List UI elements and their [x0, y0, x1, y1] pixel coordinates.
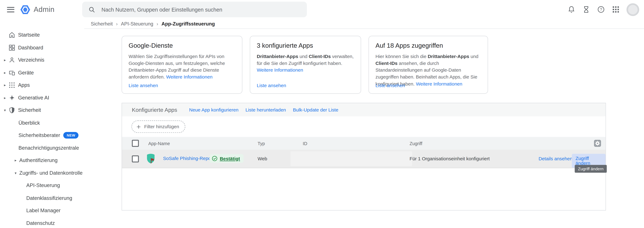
bulk-update-link[interactable]: Bulk-Update der Liste: [293, 107, 338, 112]
card-title: Google-Dienste: [128, 42, 236, 49]
verified-check-icon: [212, 155, 218, 161]
card-title: 3 konfigurierte Apps: [257, 42, 354, 49]
chevron-right-icon: ▸: [14, 158, 18, 162]
redacted-id: [290, 151, 412, 166]
table-header: App-Name Typ ID Zugriff: [122, 137, 606, 150]
sidebar-item-label: Zugriffs- und Datenkontrolle: [19, 170, 83, 176]
admin-hexagon-icon: [20, 4, 31, 15]
liste-ansehen-link[interactable]: Liste ansehen: [257, 83, 286, 88]
sidebar-item-label: Datenschutz: [26, 220, 55, 226]
search-bar[interactable]: [82, 2, 307, 17]
liste-ansehen-link[interactable]: Liste ansehen: [376, 83, 405, 88]
top-app-bar: Admin: [0, 0, 644, 19]
topbar-actions: ?: [567, 0, 639, 19]
dashboard-icon: [8, 44, 16, 51]
card-apps-zugegriffen: Auf 18 Apps zugegriffen Hier können Sie …: [368, 36, 488, 94]
sidebar-item-label: Authentifizierung: [19, 158, 58, 163]
card-body: Drittanbieter-Apps und Client-IDs verwal…: [257, 53, 354, 74]
card-google-dienste: Google-Dienste Wählen Sie Zugriffseinste…: [122, 36, 242, 94]
menu-icon[interactable]: [7, 5, 14, 14]
plus-icon: [136, 124, 141, 129]
weitere-informationen-link[interactable]: Weitere Informationen: [257, 68, 303, 73]
sidebar-item-dashboard[interactable]: Dashboard: [0, 41, 84, 54]
avatar[interactable]: [626, 3, 639, 16]
sidebar-item-label: Sicherheit: [18, 107, 41, 113]
chevron-right-icon: ▸: [3, 58, 7, 62]
sidebar-item-label: Label Manager: [26, 208, 60, 214]
sidebar-item-api-steuerung[interactable]: API-Steuerung: [0, 179, 84, 192]
sidebar-item-generative-ai[interactable]: ▸ Generative AI: [0, 92, 84, 104]
select-all-checkbox[interactable]: [132, 140, 139, 147]
sidebar-item-datenschutz[interactable]: Datenschutz: [0, 217, 84, 228]
sidebar-item-authentifizierung[interactable]: ▸ Authentifizierung: [0, 154, 84, 167]
sidebar-item-sicherheit[interactable]: ▾ Sicherheit: [0, 104, 84, 116]
notifications-icon[interactable]: [567, 5, 576, 14]
card-konfigurierte-apps: 3 konfigurierte Apps Drittanbieter-Apps …: [250, 36, 361, 94]
verified-badge[interactable]: Bestätigt: [210, 154, 244, 163]
sidebar-item-label: Benachrichtigungszentrale: [18, 145, 79, 151]
sidebar-item-zugriffs-und-datenkontrolle[interactable]: ▾ Zugriffs- und Datenkontrolle: [0, 167, 84, 179]
help-icon[interactable]: ?: [597, 5, 605, 14]
details-ansehen-link[interactable]: Details ansehen: [538, 156, 572, 161]
sidebar-item-label: Datenklassifizierung: [26, 195, 72, 201]
liste-herunterladen-link[interactable]: Liste herunterladen: [246, 107, 286, 112]
breadcrumb-separator: ›: [116, 21, 118, 27]
nav-drawer: Startseite Dashboard ▸ Verz: [0, 19, 84, 228]
devices-icon: [8, 69, 16, 76]
card-title: Auf 18 Apps zugegriffen: [376, 42, 481, 49]
sidebar-item-sicherheitsberater[interactable]: Sicherheitsberater NEW: [0, 129, 84, 142]
filter-row: Filter hinzufügen: [122, 116, 606, 137]
sosafe-app-logo: [146, 153, 155, 164]
add-filter-label: Filter hinzufügen: [144, 124, 179, 129]
hourglass-icon[interactable]: [582, 5, 590, 14]
breadcrumb-api-steuerung[interactable]: API-Steuerung: [121, 21, 153, 27]
chevron-right-icon: ▸: [3, 71, 7, 75]
person-icon: [8, 57, 16, 64]
sidebar-item-label: API-Steuerung: [26, 183, 60, 188]
sidebar-item-geraete[interactable]: ▸ Geräte: [0, 67, 84, 79]
page-title: App-Zugriffssteuerung: [162, 21, 215, 27]
admin-logo[interactable]: Admin: [20, 4, 54, 15]
sidebar-item-verzeichnis[interactable]: ▸ Verzeichnis: [0, 54, 84, 66]
chevron-down-icon: ▾: [3, 108, 7, 112]
table-title: Konfigurierte Apps: [132, 107, 177, 113]
add-filter-button[interactable]: Filter hinzufügen: [132, 120, 185, 133]
column-header-typ: Typ: [258, 141, 265, 146]
chevron-right-icon: ▸: [3, 83, 7, 87]
apps-grid-icon[interactable]: [612, 5, 620, 14]
sidebar-item-ueberblick[interactable]: Überblick: [0, 116, 84, 129]
search-input[interactable]: [100, 6, 300, 13]
app-type: Web: [258, 156, 267, 161]
home-icon: [8, 31, 16, 39]
sidebar-item-apps[interactable]: ▸ Apps: [0, 79, 84, 92]
summary-cards: Google-Dienste Wählen Sie Zugriffseinste…: [122, 36, 644, 94]
card-body: Wählen Sie Zugriffseinstellungen für API…: [128, 53, 236, 80]
access-scope: Für 1 Organisationseinheit konfiguriert: [410, 156, 490, 161]
row-checkbox[interactable]: [132, 155, 139, 162]
breadcrumb-separator: ›: [156, 21, 158, 27]
sidebar-item-label: Dashboard: [18, 45, 43, 51]
svg-text:?: ?: [600, 7, 602, 12]
sidebar-item-startseite[interactable]: Startseite: [0, 29, 84, 41]
sidebar-item-label: Startseite: [18, 32, 40, 38]
column-header-id: ID: [303, 141, 307, 146]
liste-ansehen-link[interactable]: Liste ansehen: [128, 83, 158, 88]
weitere-informationen-link[interactable]: Weitere Informationen: [416, 81, 462, 86]
sidebar-item-benachrichtigungszentrale[interactable]: Benachrichtigungszentrale: [0, 142, 84, 154]
table-row: SoSafe Phishing-Reporting Bestätigt Web …: [122, 150, 606, 168]
sidebar-item-datenklassifizierung[interactable]: Datenklassifizierung: [0, 192, 84, 204]
sidebar-item-label: Geräte: [18, 70, 34, 76]
tooltip: Zugriff ändern: [575, 165, 607, 173]
column-header-app-name: App-Name: [148, 141, 170, 146]
sparkle-icon: [8, 94, 16, 101]
sidebar-item-label: Sicherheitsberater: [18, 132, 60, 138]
product-name: Admin: [34, 5, 54, 14]
verified-label: Bestätigt: [220, 156, 240, 161]
breadcrumb-sicherheit[interactable]: Sicherheit: [91, 21, 113, 27]
sidebar-item-label-manager[interactable]: Label Manager: [0, 204, 84, 217]
weitere-informationen-link[interactable]: Weitere Informationen: [166, 74, 212, 79]
gear-icon[interactable]: [594, 140, 601, 147]
neue-app-konfigurieren-link[interactable]: Neue App konfigurieren: [189, 107, 238, 112]
chevron-right-icon: ▸: [3, 96, 7, 100]
card-body: Hier können Sie sich die Drittanbieter-A…: [376, 53, 481, 87]
